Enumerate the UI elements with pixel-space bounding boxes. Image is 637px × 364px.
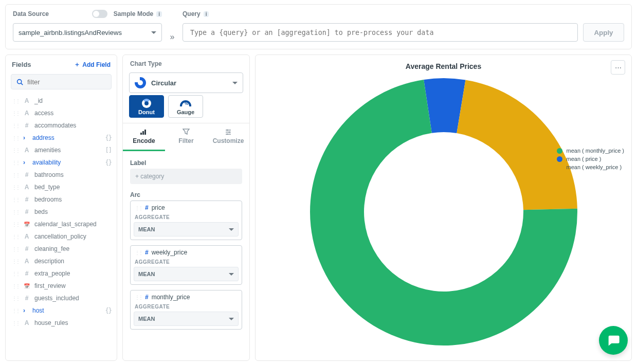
expand-icon[interactable]: › xyxy=(23,159,28,166)
chart-subtype-label: Gauge xyxy=(177,109,194,115)
text-icon xyxy=(23,258,30,265)
expand-icon[interactable]: › xyxy=(23,307,28,314)
object-badge: [] xyxy=(105,147,112,154)
chart-subtype-label: Donut xyxy=(138,109,155,115)
field-item-house-rules[interactable]: ⋮⋮house_rules xyxy=(6,317,117,329)
field-item-cancellation-policy[interactable]: ⋮⋮cancellation_policy xyxy=(6,230,117,243)
legend-item: mean ( weekly_price ) xyxy=(557,164,625,170)
hash-icon: # xyxy=(145,204,149,211)
donut-slice[interactable] xyxy=(457,80,577,210)
label-slot[interactable]: + category xyxy=(130,169,242,184)
field-item-address[interactable]: ⋮⋮›address{} xyxy=(6,132,117,144)
arc-card-price[interactable]: ⋮⋮#priceAGGREGATEMEAN xyxy=(130,201,242,240)
legend-swatch xyxy=(557,148,562,154)
chart-type-label: Chart Type xyxy=(123,55,249,70)
field-item-description[interactable]: ⋮⋮description xyxy=(6,255,117,267)
fields-filter[interactable] xyxy=(11,74,112,89)
arc-card-monthly_price[interactable]: ⋮⋮#monthly_priceAGGREGATEMEAN xyxy=(130,290,242,330)
apply-button[interactable]: Apply xyxy=(583,23,624,42)
caret-down-icon xyxy=(232,82,238,84)
chart-type-select[interactable]: Circular xyxy=(129,72,243,93)
chart-subtype-gauge[interactable]: Gauge xyxy=(168,95,203,118)
chart-type-value: Circular xyxy=(151,79,176,87)
data-source-value: sample_airbnb.listingsAndReviews xyxy=(19,29,122,37)
arc-header: Arc xyxy=(130,191,242,198)
chat-help-button[interactable] xyxy=(599,326,628,355)
add-field-button[interactable]: ＋ Add Field xyxy=(74,60,111,69)
field-item-first-review[interactable]: ⋮⋮first_review xyxy=(6,280,117,292)
field-name: host xyxy=(32,307,44,314)
fields-filter-input[interactable] xyxy=(27,78,114,86)
field-name: cleaning_fee xyxy=(34,245,69,252)
donut-chart xyxy=(307,76,580,348)
field-item-host[interactable]: ⋮⋮›host{} xyxy=(6,304,117,317)
aggregate-select[interactable]: MEAN xyxy=(134,312,239,326)
caret-down-icon xyxy=(229,228,234,231)
field-item-bed-type[interactable]: ⋮⋮bed_type xyxy=(6,181,117,193)
info-icon[interactable]: i xyxy=(204,11,209,17)
hash-icon xyxy=(23,171,30,178)
field-item-bedrooms[interactable]: ⋮⋮bedrooms xyxy=(6,193,117,206)
legend-swatch xyxy=(557,156,562,162)
chat-icon xyxy=(606,333,621,348)
chart-panel: Average Rental Prices ⋯ mean ( monthly_p… xyxy=(255,54,632,361)
grip-icon: ⋮⋮ xyxy=(12,222,19,227)
field-item-guests-included[interactable]: ⋮⋮guests_included xyxy=(6,292,117,304)
aggregate-value: MEAN xyxy=(138,226,155,232)
query-input[interactable] xyxy=(183,23,578,42)
field-item-amenities[interactable]: ⋮⋮amenities[] xyxy=(6,144,117,156)
grip-icon: ⋮⋮ xyxy=(12,283,19,289)
chart-more-button[interactable]: ⋯ xyxy=(611,60,625,75)
query-label: Query i xyxy=(183,10,578,18)
arc-field-name: monthly_price xyxy=(152,294,190,301)
grip-icon: ⋮⋮ xyxy=(12,246,19,252)
tab-label: Encode xyxy=(133,137,155,144)
arc-card-weekly_price[interactable]: ⋮⋮#weekly_priceAGGREGATEMEAN xyxy=(130,245,242,285)
field-item-bathrooms[interactable]: ⋮⋮bathrooms xyxy=(6,169,117,181)
tab-encode[interactable]: Encode xyxy=(123,123,165,151)
text-icon xyxy=(23,319,30,326)
grip-icon: ⋮⋮ xyxy=(12,259,19,264)
svg-point-8 xyxy=(227,130,228,131)
date-icon xyxy=(23,282,30,289)
grip-icon: ⋮⋮ xyxy=(12,209,19,215)
svg-point-10 xyxy=(227,134,228,135)
grip-icon: ⋮⋮ xyxy=(12,123,19,129)
text-icon xyxy=(23,184,30,191)
data-source-select[interactable]: sample_airbnb.listingsAndReviews xyxy=(13,23,162,42)
svg-point-0 xyxy=(17,79,22,83)
field-item-access[interactable]: ⋮⋮access xyxy=(6,107,117,119)
expand-icon[interactable]: › xyxy=(23,134,28,141)
fields-list: ⋮⋮_id⋮⋮access⋮⋮accommodates⋮⋮›address{}⋮… xyxy=(6,93,117,331)
field-item--id[interactable]: ⋮⋮_id xyxy=(6,95,117,107)
chart-subtype-donut[interactable]: Donut xyxy=(129,95,164,118)
fields-header: Fields xyxy=(12,61,31,68)
field-name: first_review xyxy=(34,282,66,289)
grip-icon: ⋮⋮ xyxy=(12,111,19,116)
field-item-calendar-last-scraped[interactable]: ⋮⋮calendar_last_scraped xyxy=(6,218,117,230)
field-item-accommodates[interactable]: ⋮⋮accommodates xyxy=(6,119,117,132)
hash-icon: # xyxy=(145,294,149,301)
aggregate-select[interactable]: MEAN xyxy=(134,267,239,281)
search-icon xyxy=(16,79,23,85)
field-item-availability[interactable]: ⋮⋮›availability{} xyxy=(6,156,117,169)
field-name: access xyxy=(34,110,53,117)
top-bar: Data Source Sample Mode i Query i sample… xyxy=(5,4,632,49)
aggregate-select[interactable]: MEAN xyxy=(134,222,239,236)
tab-label: Filter xyxy=(178,137,193,144)
sample-mode-toggle[interactable] xyxy=(92,10,107,18)
tab-customize[interactable]: Customize xyxy=(207,123,249,151)
hash-icon xyxy=(23,196,30,203)
field-item-extra-people[interactable]: ⋮⋮extra_people xyxy=(6,267,117,280)
caret-down-icon xyxy=(229,318,234,320)
grip-icon: ⋮⋮ xyxy=(12,308,19,314)
field-name: house_rules xyxy=(34,319,68,326)
tab-filter[interactable]: Filter xyxy=(165,123,207,151)
info-icon[interactable]: i xyxy=(156,11,162,17)
hash-icon xyxy=(23,270,30,277)
field-name: bedrooms xyxy=(34,196,62,203)
date-icon xyxy=(23,221,30,228)
field-item-beds[interactable]: ⋮⋮beds xyxy=(6,206,117,218)
field-item-cleaning-fee[interactable]: ⋮⋮cleaning_fee xyxy=(6,243,117,255)
hash-icon xyxy=(23,208,30,215)
